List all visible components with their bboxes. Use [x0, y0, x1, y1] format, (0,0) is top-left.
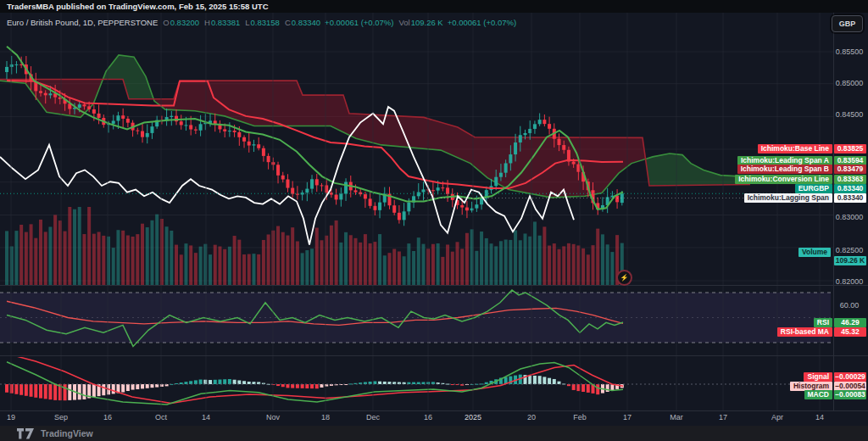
price-axis-label: 0.84500	[832, 110, 866, 119]
time-axis-label: 20	[527, 413, 536, 421]
indicator-label-row-name: Ichimoku:Conversion Line	[735, 175, 832, 184]
lightning-icon: ⚡	[620, 275, 629, 282]
indicator-label-row-value: 0.83340	[834, 193, 866, 203]
indicator-label-row-value: 0.83479	[834, 165, 866, 174]
publish-bar: TradersMBA published on TradingView.com,…	[0, 0, 868, 13]
price-axis-label: 0.83000	[832, 213, 866, 221]
indicator-label-row-name: Ichimoku:Lagging Span	[744, 193, 832, 203]
volume-name-label: Volume	[798, 248, 831, 257]
time-axis-label: 18	[321, 413, 330, 421]
price-axis-label: 0.82000	[832, 277, 866, 286]
price-axis-label: 0.85000	[832, 79, 866, 87]
tradingview-brand-text[interactable]: TradingView	[41, 428, 93, 438]
high-value: 0.83381	[211, 18, 240, 27]
time-axis-label: 17	[719, 413, 727, 421]
time-axis-label: Sep	[54, 413, 68, 421]
rsi-label-row-value: 45.32	[834, 327, 866, 337]
chart-canvas[interactable]	[0, 0, 868, 441]
high-key: H	[204, 18, 210, 27]
rsi-label-row-value: 46.29	[834, 318, 866, 327]
indicator-label-row: Ichimoku:Conversion Line0.83363	[735, 175, 866, 184]
price-axis-label: 0.85500	[832, 47, 866, 56]
publish-text: TradersMBA published on TradingView.com,…	[7, 2, 269, 11]
footer-bar: TradingView	[0, 426, 868, 441]
time-axis-label: Oct	[155, 413, 167, 421]
time-axis-label: 14	[815, 413, 824, 421]
time-axis-label: 19	[7, 413, 15, 421]
volume-change: +0.00061 (+0.07%)	[448, 18, 516, 27]
time-axis[interactable]	[0, 411, 834, 426]
macd-label-row-name: MACD	[804, 390, 833, 399]
price-axis-label: 0.82500	[832, 246, 866, 254]
lightning-button[interactable]: ⚡	[616, 270, 632, 286]
indicator-label-row-value: 0.83363	[834, 175, 866, 184]
volume-value-label: 109.26 K	[834, 256, 866, 265]
currency-toggle-button[interactable]: GBP	[832, 15, 863, 32]
time-axis-label: 2025	[465, 413, 481, 421]
time-axis-label: Nov	[266, 413, 280, 421]
tradingview-logo-icon[interactable]	[17, 427, 36, 439]
macd-label-row-value: −0.00029	[834, 372, 866, 382]
volume-key: Vol	[398, 18, 409, 27]
time-axis-label: Mar	[670, 413, 683, 421]
low-key: L	[245, 18, 249, 27]
indicator-label-row-value: 0.83825	[834, 144, 866, 154]
symbol-title: Euro / British Pound, 1D, PEPPERSTONE	[7, 18, 158, 27]
time-axis-label: Dec	[366, 413, 380, 421]
open-key: O	[163, 18, 169, 27]
time-axis-label: Apr	[771, 413, 783, 421]
time-axis-label: 17	[623, 413, 632, 421]
indicator-label-row: Ichimoku:Lagging Span0.83340	[744, 193, 866, 203]
indicator-label-row: Ichimoku:Leading Span B0.83479	[737, 165, 866, 174]
indicator-label-row-name: Ichimoku:Leading Span B	[737, 165, 832, 174]
indicator-label-row: Ichimoku:Base Line0.83825	[758, 144, 866, 154]
macd-label-row: MACD−0.00083	[804, 390, 867, 399]
time-axis-label: 14	[202, 413, 210, 421]
close-value: 0.83340	[292, 18, 320, 27]
macd-label-row-value: −0.00083	[834, 390, 866, 399]
low-value: 0.83158	[251, 18, 280, 27]
macd-label-row-name: Signal	[804, 372, 832, 382]
rsi-label-row: RSI46.29	[814, 318, 866, 327]
indicator-label-row-value: 0.83340	[834, 184, 866, 193]
time-axis-label: 16	[103, 413, 112, 421]
indicator-label-row-name: EURGBP	[795, 184, 832, 193]
macd-label-row: Signal−0.00029	[804, 372, 866, 382]
change-value: +0.00061 (+0.07%)	[325, 18, 393, 27]
rsi-label-row-name: RSI	[814, 318, 832, 327]
tradingview-published-chart: TradersMBA published on TradingView.com,…	[0, 0, 868, 441]
rsi-label-row: RSI-based MA45.32	[777, 327, 866, 337]
close-key: C	[285, 18, 291, 27]
rsi-label-row-name: RSI-based MA	[777, 327, 832, 337]
open-value: 0.83200	[170, 18, 199, 27]
time-axis-label: 16	[424, 413, 432, 421]
price-axis[interactable]	[834, 13, 868, 411]
symbol-legend: Euro / British Pound, 1D, PEPPERSTONEO0.…	[7, 18, 516, 27]
volume-value: 109.26 K	[411, 18, 443, 27]
indicator-label-row-name: Ichimoku:Base Line	[758, 144, 832, 154]
time-axis-label: Feb	[573, 413, 587, 421]
indicator-label-row: EURGBP0.83340	[795, 184, 866, 193]
rsi-axis-label: 60.00	[832, 301, 866, 310]
